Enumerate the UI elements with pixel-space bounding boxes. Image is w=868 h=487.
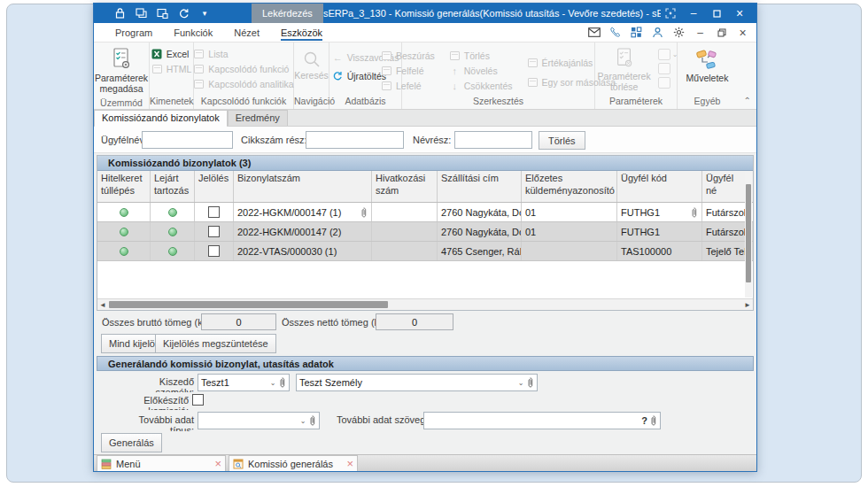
- excel-button[interactable]: Excel: [149, 48, 195, 60]
- row1-checkbox[interactable]: [208, 206, 220, 218]
- vertical-scrollbar[interactable]: [745, 172, 752, 298]
- row2-elozetes: 01: [522, 222, 617, 241]
- cikkszam-label: Cikkszám rész:: [241, 135, 307, 145]
- child-minimize-icon[interactable]: –: [694, 27, 707, 39]
- grid-apps-icon[interactable]: [630, 27, 643, 39]
- row1-ugyfel-nev: Futárszolg: [702, 203, 745, 221]
- menu-funkciok[interactable]: Funkciók: [165, 25, 221, 40]
- row1-bizonylatszam: 2022-HGKM/000147 (1): [237, 207, 341, 218]
- col-bizonylatszam[interactable]: Bizonylatszám: [234, 171, 372, 202]
- grid-row-1[interactable]: 2022-HGKM/000147 (1) 2760 Nagykáta, Dózs…: [97, 203, 753, 222]
- kiszedo-code-value: Teszt1: [201, 377, 267, 388]
- tovabbi-szoveg-input[interactable]: ?: [423, 412, 661, 429]
- col-jeloles[interactable]: Jelölés: [195, 171, 234, 202]
- close-tab-icon[interactable]: ×: [346, 458, 353, 469]
- paperclip-icon[interactable]: [690, 207, 698, 218]
- row2-ugyfel-kod: FUTHG1: [617, 222, 702, 241]
- menu-eszkozok[interactable]: Eszközök: [272, 25, 331, 40]
- lock-icon[interactable]: [113, 7, 126, 19]
- taskbar-tab-komissio[interactable]: Komissió generálás ×: [229, 455, 358, 471]
- nevresz-input[interactable]: [454, 131, 532, 149]
- muveletek-button[interactable]: Műveletek: [683, 46, 732, 85]
- row1-elozetes: 01: [522, 203, 617, 221]
- window-page-icon[interactable]: [156, 7, 168, 19]
- flowchart-icon: [695, 48, 718, 71]
- col-hitelkeret[interactable]: Hitelkeret túllépés: [97, 171, 151, 202]
- refresh-icon[interactable]: [177, 7, 190, 19]
- scroll-left-arrow-icon[interactable]: ◄: [97, 299, 108, 310]
- close-button[interactable]: ×: [730, 5, 749, 21]
- row3-hivatkozasi: [372, 242, 438, 260]
- layers-icon[interactable]: [135, 7, 147, 19]
- col-ugyfel-kod[interactable]: Ügyfél kód: [617, 171, 702, 202]
- col-hivatkozasi[interactable]: Hivatkozási szám: [372, 171, 438, 202]
- reload-icon: [332, 71, 344, 81]
- generalas-button[interactable]: Generálás: [101, 433, 162, 452]
- user-icon[interactable]: [651, 27, 664, 39]
- menu-nezet[interactable]: Nézet: [225, 25, 268, 40]
- status-ok-dot: [168, 208, 177, 217]
- phone-icon[interactable]: [608, 27, 622, 39]
- caret-down-icon[interactable]: ▾: [198, 7, 211, 19]
- tab-komissiozando-bizonylatok[interactable]: Komissiózandó bizonylatok: [94, 110, 228, 126]
- col-szallitasi[interactable]: Szállítási cím: [438, 171, 522, 202]
- horizontal-scrollbar[interactable]: ◄ ►: [97, 298, 753, 310]
- delete-row-icon: [449, 50, 461, 61]
- lefele-label: Lefelé: [396, 81, 422, 91]
- paperclip-icon[interactable]: [526, 377, 534, 388]
- col-ugyfel-nev[interactable]: Ügyfél né: [702, 171, 745, 202]
- taskbar-tab-menu[interactable]: Menü ×: [97, 455, 226, 471]
- row3-checkbox[interactable]: [208, 245, 220, 257]
- paperclip-icon[interactable]: [360, 207, 368, 218]
- ugyfelnev-input[interactable]: [142, 131, 233, 149]
- child-close-icon[interactable]: ×: [736, 27, 749, 39]
- chevron-down-icon[interactable]: ⌄: [298, 413, 308, 429]
- excel-icon: [151, 49, 163, 59]
- child-restore-icon[interactable]: [715, 27, 728, 39]
- kiszedo-code-dropdown[interactable]: Teszt1 ⌄: [198, 374, 290, 391]
- menu-program[interactable]: Program: [106, 25, 161, 40]
- gear-icon[interactable]: [672, 27, 686, 39]
- mail-icon[interactable]: [587, 27, 601, 39]
- kiszedo-name-dropdown[interactable]: Teszt Személy ⌄: [296, 374, 538, 391]
- elokeszito-row: Előkészítő komissió:: [94, 392, 756, 410]
- insert-row-icon: [381, 50, 392, 61]
- taskbar-tab-menu-label: Menü: [116, 459, 141, 469]
- maximize-button[interactable]: [707, 5, 726, 21]
- horizontal-scrollbar-thumb[interactable]: [109, 301, 388, 308]
- paperclip-icon[interactable]: [278, 377, 286, 388]
- window-title: sERPa_3_130 - Komissió generálás(Komissi…: [323, 8, 661, 19]
- brutto-input[interactable]: [201, 313, 276, 330]
- parameterek-megadasa-button[interactable]: Paraméterek megadása: [91, 46, 151, 96]
- minimize-button[interactable]: –: [684, 5, 703, 21]
- documents-grid: Komissiózandó bizonylatok (3) Hitelkeret…: [97, 155, 754, 311]
- col-elozetes[interactable]: Előzetes küldeményazonosító: [522, 171, 617, 202]
- row2-checkbox[interactable]: [208, 226, 220, 237]
- filter-torles-button[interactable]: Törlés: [539, 131, 585, 150]
- col-lejart[interactable]: Lejárt tartozás: [151, 171, 195, 202]
- scroll-right-arrow-icon[interactable]: ►: [742, 299, 753, 310]
- paperclip-icon[interactable]: [649, 415, 657, 426]
- felfele-button: Felfelé: [378, 65, 438, 77]
- ribbon-collapse-chevron-icon[interactable]: ⌃: [744, 96, 751, 105]
- vertical-scrollbar-thumb[interactable]: [746, 184, 751, 282]
- chevron-down-icon[interactable]: ⌄: [267, 375, 278, 390]
- tovabbi-tipus-dropdown[interactable]: ⌄: [198, 412, 320, 429]
- help-question-icon[interactable]: ?: [639, 415, 649, 426]
- netto-input[interactable]: [376, 313, 453, 330]
- row3-elozetes: [522, 242, 617, 260]
- kijeloles-megszuntetese-button[interactable]: Kijelölés megszüntetése: [155, 334, 276, 353]
- grid-row-2[interactable]: 2022-HGKM/000147 (2) 2760 Nagykáta, Dózs…: [97, 222, 753, 242]
- torles-label: Törlés: [464, 50, 490, 61]
- close-tab-icon[interactable]: ×: [214, 458, 221, 469]
- generalas-row: Generálás: [94, 431, 756, 454]
- focus-mode-icon[interactable]: [661, 5, 680, 21]
- grid-row-3[interactable]: 2022-VTAS/000030 (1) 4765 Csenger, Rákóc…: [97, 242, 753, 261]
- checklist-delete-icon: [615, 48, 634, 69]
- tab-eredmeny[interactable]: Eredmény: [228, 110, 288, 126]
- paperclip-icon[interactable]: [308, 415, 316, 426]
- cikkszam-input[interactable]: [306, 131, 404, 149]
- undo-arrow-icon: ←: [332, 52, 344, 63]
- chevron-down-icon[interactable]: ⌄: [515, 375, 526, 390]
- elokeszito-checkbox[interactable]: [192, 394, 204, 406]
